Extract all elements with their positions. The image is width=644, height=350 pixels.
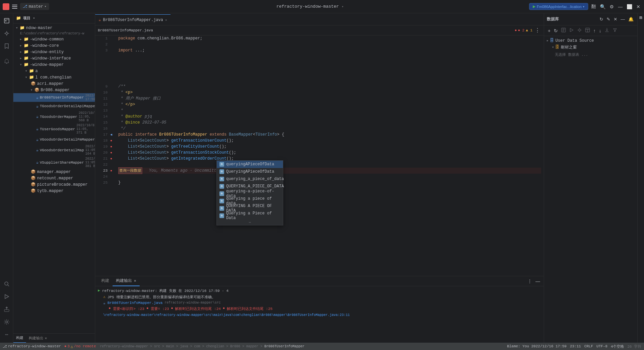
status-encoding[interactable]: UTF-8: [597, 344, 608, 348]
db-item-user-datasource[interactable]: ▶ 🗄 User Data Source: [544, 37, 637, 44]
db-filter-button[interactable]: [612, 27, 618, 34]
db-close-button[interactable]: ✕: [613, 16, 618, 23]
sidebar-item-br086[interactable]: ▼ 📦 Br086.mapper: [13, 87, 95, 93]
editor-more-button[interactable]: ⋮: [534, 26, 541, 34]
sidebar-item-common[interactable]: ▶ 📁 -window-common: [13, 36, 95, 42]
activity-bookmark[interactable]: [1, 40, 13, 52]
status-blame[interactable]: Blame: You 2022/12/16 17:59: [507, 344, 567, 348]
breadcrumb-file[interactable]: Br086TUserInfoMapper.java: [98, 28, 153, 32]
code-content[interactable]: package com.chenglian.Br086.mapper; impo…: [116, 35, 544, 276]
sidebar-collapse-icon[interactable]: ▾: [33, 16, 35, 20]
sidebar-item-a[interactable]: ▼ 📁 a: [13, 68, 95, 74]
sidebar-item-core[interactable]: ▶ 📁 -window-core: [13, 42, 95, 49]
sidebar-item-mapper[interactable]: ▼ 📁 -window-mapper: [13, 61, 95, 68]
code-editor[interactable]: 1 2 3 9 10 11 12 13 14 15 16 17: [95, 35, 544, 276]
line-num-16: 16: [95, 126, 108, 132]
autocomplete-dropdown[interactable]: m queryingAPieceOfData m QueryingAPieceO…: [216, 160, 283, 225]
line-num-12: 12: [95, 102, 108, 108]
activity-more[interactable]: ⋯: [1, 329, 13, 341]
db-collapse-button[interactable]: —: [620, 16, 626, 23]
db-item-naimeizhichuang[interactable]: ▼ 🗄 耐材之窗: [544, 44, 637, 51]
status-indent[interactable]: 4个空格: [611, 344, 624, 349]
branch-selector[interactable]: ⎇ master ▾: [20, 3, 49, 10]
sidebar-tab-build[interactable]: 构建: [13, 334, 26, 343]
bottom-more-button[interactable]: ⋮: [526, 278, 533, 285]
db-run-button[interactable]: [568, 27, 575, 34]
activity-project[interactable]: [1, 15, 13, 27]
activity-run[interactable]: [1, 291, 13, 303]
activity-settings[interactable]: [1, 316, 13, 328]
db-notifications-button[interactable]: 🔔: [627, 16, 635, 23]
db-refresh-button[interactable]: ↻: [599, 16, 604, 23]
status-errors[interactable]: ● 3 △ /no remote: [64, 344, 96, 349]
build-full-path-link[interactable]: \refractory-window-master\refractory-win…: [103, 313, 350, 317]
sidebar-tab-build-output[interactable]: 构建输出 ✕: [26, 334, 50, 343]
bottom-tab-build-output[interactable]: 构建输出 ✕: [113, 276, 140, 286]
db-refresh2-button[interactable]: ↻: [553, 27, 559, 34]
side-icon-toggle[interactable]: m: [638, 15, 644, 21]
autocomplete-item-2[interactable]: m querying_a_piece_of_data: [217, 175, 283, 183]
run-config-button[interactable]: ▶ Fm086AppInterfac...lication ▾: [529, 3, 588, 10]
sidebar-label-acri: acri.mapper: [37, 81, 92, 86]
activity-notifications[interactable]: [1, 55, 13, 67]
sidebar-item-netcount[interactable]: 📦 netcount.mapper: [13, 175, 95, 181]
db-config-button[interactable]: [576, 27, 583, 34]
sidebar-item-vgoodsdetail[interactable]: ☕ VGoodsOrderDetailFmMapper 2022/10/29 8…: [13, 135, 95, 144]
tab-mapper[interactable]: ☕ Br086TUserInfoMapper.java ✕: [95, 14, 171, 25]
sidebar-item-interface[interactable]: ▶ 📁 -window-interface: [13, 55, 95, 61]
sidebar-item-vgoodsdetailmap[interactable]: ☕ VGoodsOrderDetailMap 2022/10/8 11:05, …: [13, 144, 95, 156]
autocomplete-item-0[interactable]: m queryingAPieceOfData: [217, 161, 283, 168]
gutter-6: [110, 65, 116, 71]
sidebar-item-tgoodsordermapper[interactable]: ☕ TGoodsOrderMapper 2022/10/8 11:05, 568…: [13, 111, 95, 123]
gutter-4: [110, 53, 116, 59]
svg-marker-15: [5, 295, 9, 299]
db-table-button[interactable]: [584, 27, 591, 34]
autocomplete-item-1[interactable]: m QueryingAPieceOfData: [217, 168, 283, 175]
status-line-ending[interactable]: CRLF: [584, 344, 593, 348]
sidebar-item-tytb[interactable]: 📦 tytb.mapper: [13, 188, 95, 194]
tab-close-icon[interactable]: ✕: [165, 18, 167, 22]
sidebar-item-tusergoods[interactable]: ☕ TUserGoodsMapper 2022/10/8 11:05, 371 …: [13, 123, 95, 135]
sidebar-item-chenglian[interactable]: ▼ 📁 l com.chenglian: [13, 74, 95, 80]
sidebar-item-picture[interactable]: 📦 pictureBrocade.mapper: [13, 181, 95, 188]
status-right: Blame: You 2022/12/16 17:59 23:11 CRLF U…: [507, 344, 641, 349]
translate-button[interactable]: 翻: [590, 3, 597, 11]
bottom-panel: 构建 构建输出 ✕ ⋮ — ▶ refractory-window-master…: [95, 276, 544, 343]
status-git-branch[interactable]: ⎇ refractory-window-master: [3, 344, 61, 349]
settings-icon: ⚙: [610, 4, 614, 9]
error-dot-icon: ●: [515, 28, 517, 32]
db-edit-button[interactable]: ✎: [606, 16, 611, 23]
db-export-button[interactable]: [604, 27, 610, 34]
hamburger-menu[interactable]: [12, 5, 17, 9]
activity-commit[interactable]: [1, 27, 13, 39]
sidebar-item-manager[interactable]: 📦 manager.mapper: [13, 169, 95, 175]
maximize-button[interactable]: ⬜: [626, 3, 633, 10]
sidebar-item-br086mapper[interactable]: ☕ Br086TUserInfoMapper 2022/12/16 17:59,…: [13, 93, 95, 102]
panel-title: 数据库: [547, 16, 597, 22]
activity-search[interactable]: [1, 278, 13, 290]
build-file-link[interactable]: Br086TUserInfoMapper.java: [108, 301, 163, 305]
line-num-24: 24: [95, 174, 108, 180]
sidebar-item-entity[interactable]: ▶ 📁 -window-entity: [13, 49, 95, 55]
tree-arrow-root: ▼: [16, 26, 18, 29]
db-add-button[interactable]: +: [547, 27, 551, 34]
close-button[interactable]: ✕: [635, 3, 641, 10]
sidebar-tab-close-icon[interactable]: ✕: [45, 336, 47, 340]
db-down-button[interactable]: ↓: [598, 27, 602, 34]
autocomplete-item-7[interactable]: m Querying a Piece of Data: [217, 212, 283, 219]
sidebar-item-tgoodsorder[interactable]: ☕ TGoodsOrderDetailApiMapper 2022/10/29 …: [13, 102, 95, 111]
activity-deploy[interactable]: [1, 303, 13, 315]
bottom-minimize-button[interactable]: —: [534, 278, 541, 285]
bottom-tab-close-icon[interactable]: ✕: [134, 279, 136, 283]
global-search-button[interactable]: 🔍: [599, 3, 607, 10]
svg-rect-0: [4, 4, 6, 6]
bottom-tab-build[interactable]: 构建: [98, 276, 113, 286]
sidebar-item-root[interactable]: ▼ 📁 ndow-master: [13, 25, 95, 31]
settings-button[interactable]: ⚙: [609, 3, 615, 10]
db-up-button[interactable]: ↑: [592, 27, 597, 34]
sidebar-item-acri[interactable]: 📦 acri.mapper: [13, 80, 95, 87]
minimize-button[interactable]: —: [617, 3, 624, 10]
folder-interface-icon: 📁: [24, 56, 29, 61]
db-properties-button[interactable]: [560, 27, 567, 34]
sidebar-item-vsuppliershare[interactable]: ☕ VSupplierShareMapper 2022/10/8 11:05, …: [13, 156, 95, 169]
